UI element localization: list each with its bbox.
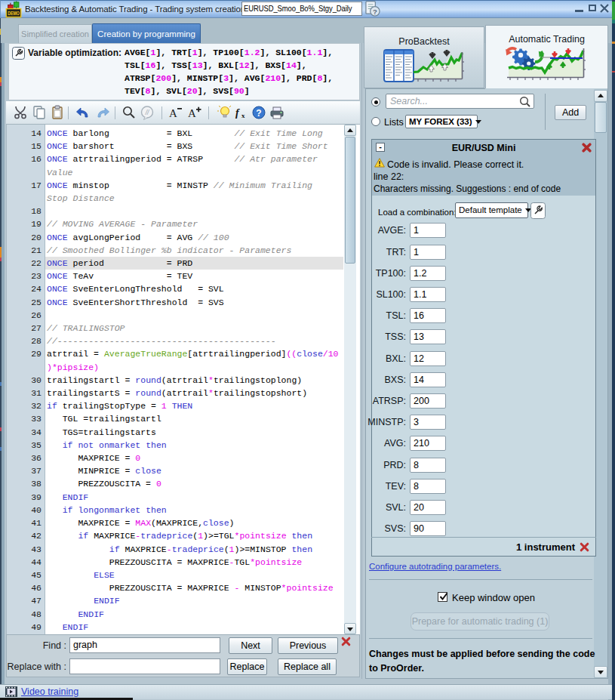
- svg-text:f: f: [235, 107, 240, 119]
- svg-text:A: A: [169, 107, 177, 119]
- svg-text:?: ?: [373, 8, 377, 16]
- svg-text:A: A: [188, 107, 196, 119]
- svg-text:?: ?: [256, 108, 261, 119]
- svg-text:x: x: [241, 112, 245, 119]
- svg-text:DEMO: DEMO: [8, 10, 20, 17]
